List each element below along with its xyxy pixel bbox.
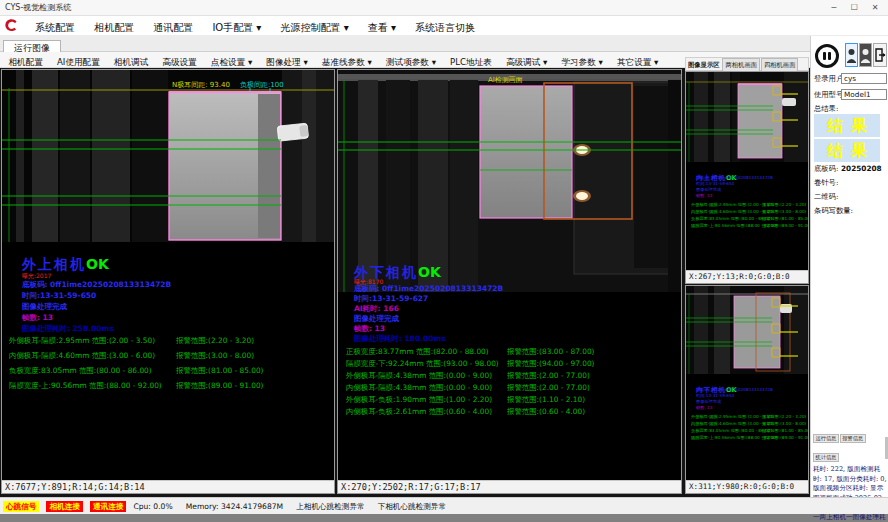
result-badge-lower: 结果 <box>814 139 880 162</box>
menu-io-config[interactable]: IO手配置 ▾ <box>205 18 268 38</box>
camera-connect-badge: 相机连接 <box>46 501 82 512</box>
thumbnail-inner-upper-camera[interactable]: 内上相机OK 底板码: 0ff1ime2025020813313472B 时间:… <box>685 71 809 284</box>
process-done-line: 图像处理完成 <box>22 302 67 312</box>
exit-button[interactable] <box>873 43 887 67</box>
right-sidebar: 登录用户: cys 使用型号: Model1 总结果: 结果 结果 底板码: 2… <box>810 36 888 497</box>
frame-count-line: 帧数: 13 <box>696 405 712 410</box>
camera-title: 外上相机OK <box>22 254 109 274</box>
barcode-count-label: 条码写数量: <box>814 206 853 216</box>
inner-lower-camera-scene <box>686 286 808 374</box>
time-line: 时间:13-31-59-627 <box>354 294 428 304</box>
window-title: CYS-视觉检测系统 <box>5 3 71 12</box>
connector-tab <box>277 123 308 141</box>
comm-connect-badge: 通讯连接 <box>90 501 126 512</box>
board-code-line: 底板码: 0ff1ime2025020813313472B <box>354 284 503 294</box>
menu-camera-config[interactable]: 相机配置 <box>87 18 141 38</box>
result-badge-upper: 结果 <box>814 114 880 137</box>
lower-camera-warning: 下相机心跳检测异常 <box>378 499 446 515</box>
upper-camera-warning: 上相机心跳检测异常 <box>296 499 364 515</box>
minimize-button[interactable]: ─ <box>825 0 843 16</box>
app-window: CYS-视觉检测系统 ─ ☐ ✕ 系统配置 相机配置 通讯配置 IO手配置 ▾ … <box>0 0 888 522</box>
menu-language-switch[interactable]: 系统语言切换 <box>408 18 482 38</box>
measurement-row: 内侧极耳-隔膜:4.60mm 范围:(3.00 - 6.00) 报警范围:(3.… <box>9 351 335 361</box>
tab-stats-info[interactable]: 统计信息 <box>813 453 839 462</box>
thumb-bottom-pixel-statusbar: X:311;Y:980;R:0;G:0;B:0 <box>686 480 808 493</box>
measurement-row: 隔膜宽度-下:92.24mm 范围:(93.00 - 98.00) 报警范围:(… <box>346 359 682 369</box>
tab-four-camera-view[interactable]: 四相机画面 <box>761 58 798 72</box>
menu-light-config[interactable]: 光源控制配置 ▾ <box>274 18 356 38</box>
time-line: 时间:13-31-59-650 <box>22 291 96 301</box>
menu-view[interactable]: 查看 ▾ <box>361 18 403 38</box>
board-code-label: 底板码: <box>814 164 838 174</box>
measurement-row: 内侧极耳-负极:2.61mm 范围:(0.60 - 4.00) 报警范围:(0.… <box>346 407 682 417</box>
measurement-row: 外侧极耳-隔膜:4.38mm 范围:(0.00 - 9.00) 报警范围:(2.… <box>346 371 682 381</box>
thumbnail-header: 图像显示区两相机画面四相机画面 <box>685 57 809 71</box>
measurement-row: 负极宽度:83.05mm 范围:(80.00 - 86.00) <box>691 216 772 221</box>
thumb-top-pixel-statusbar: X:267;Y:13;R:0;G:0;B:0 <box>686 270 808 283</box>
thumbnail-inner-lower-camera[interactable]: 内下相机OK 底板码: 0ff1ime2025020813313472B 时间:… <box>685 285 809 494</box>
app-logo-icon <box>4 17 19 37</box>
model-field[interactable]: Model1 <box>841 89 887 100</box>
user-dark-icon <box>860 44 871 66</box>
measurement-alarm: 报警范围:(89.00 - 91.00) <box>762 223 809 228</box>
exit-door-icon <box>874 44 886 66</box>
ai-time-line: AI耗时: 166 <box>354 304 399 314</box>
user-manage-button[interactable] <box>859 43 872 67</box>
measurement-row: 负极宽度:83.05mm 范围:(80.00 - 86.00) <box>691 428 772 433</box>
qr-code-label: 二维码: <box>814 192 838 202</box>
outer-lower-camera-scene: AI检测画面 <box>338 70 681 292</box>
cell-region-outline <box>480 86 572 218</box>
measurement-row: 外侧极耳-隔膜:2.95mm 范围:(2.00 - 3.50) 报警范围:(2.… <box>9 336 335 346</box>
tab-run-info[interactable]: 运行信息 <box>813 434 839 443</box>
menu-system-config[interactable]: 系统配置 <box>28 18 82 38</box>
measurement-row: 内侧极耳-隔膜:4.38mm 范围:(0.00 - 9.00) 报警范围:(2.… <box>346 383 682 393</box>
measurement-row: 负极宽度:83.05mm 范围:(80.00 - 86.00) 报警范围:(81… <box>9 366 335 376</box>
close-button[interactable]: ✕ <box>866 0 884 16</box>
board-code-value: 20250208 <box>841 164 882 173</box>
time-line: 时间:13-31-59-650 <box>696 393 734 398</box>
tab-distance-label: N极耳间距: 93.40 <box>172 81 230 89</box>
measurement-row: 外侧极耳-负极:1.90mm 范围:(1.00 - 2.20) 报警范围:(1.… <box>346 395 682 405</box>
title-bar: CYS-视觉检测系统 ─ ☐ ✕ <box>0 0 888 16</box>
login-user-field[interactable]: cys <box>841 73 887 84</box>
menu-bar: 系统配置 相机配置 通讯配置 IO手配置 ▾ 光源控制配置 ▾ 查看 ▾ 系统语… <box>0 16 888 36</box>
memory-usage: Memory: 3424.4179687M <box>186 499 283 515</box>
board-code-line: 底板码: 0ff1ime2025020813313472B <box>696 175 773 180</box>
frame-count-line: 帧数: 13 <box>354 324 385 334</box>
measurement-alarm: 报警范围:(3.00 - 8.00) <box>762 209 806 214</box>
outer-upper-camera-scene: N极耳间距: 93.40 负极间距:100 <box>2 70 334 242</box>
ai-frame-label: AI检测画面 <box>488 76 523 84</box>
frame-count-line: 帧数: 13 <box>22 313 53 323</box>
left-panel-pixel-statusbar: X:7677;Y:891;R:14;G:14;B:14 <box>2 480 334 493</box>
process-time-line: 图像处理耗时: 180.00ms <box>354 334 446 344</box>
middle-panel-pixel-statusbar: X:270;Y:2502;R:17;G:17;B:17 <box>338 480 681 493</box>
needle-number-label: 卷针号: <box>814 178 838 188</box>
tab-two-camera-view[interactable]: 两相机画面 <box>722 58 759 72</box>
measurement-alarm: 报警范围:(81.00 - 85.00) <box>762 428 809 433</box>
user-login-button[interactable] <box>845 43 858 67</box>
image-display-area-label: 图像显示区 <box>686 61 721 68</box>
cpu-usage: Cpu: 0.0% <box>133 499 172 515</box>
menu-comm-config[interactable]: 通讯配置 <box>146 18 200 38</box>
camera-panel-outer-lower[interactable]: AI检测画面 外下相机OK 曝光:8170 底板码: 0ff1ime202502… <box>337 69 682 494</box>
heartbeat-status-badge: 心跳信号 <box>3 501 39 512</box>
frame-count-line: 帧数: 13 <box>696 193 712 198</box>
board-code-line: 底板码: 0ff1ime2025020813313472B <box>696 387 773 392</box>
measurement-alarm: 报警范围:(3.00 - 8.00) <box>762 421 806 426</box>
pause-button[interactable] <box>815 44 839 68</box>
anode-distance-label: 负极间距:100 <box>240 81 284 89</box>
process-done-line: 图像处理完成 <box>696 399 721 404</box>
measurement-alarm: 报警范围:(2.20 - 3.20) <box>762 414 806 419</box>
maximize-button[interactable]: ☐ <box>845 0 863 16</box>
app-statusbar: 心跳信号 相机连接 通讯连接 Cpu: 0.0% Memory: 3424.41… <box>0 497 888 514</box>
measurement-alarm: 报警范围:(2.20 - 3.20) <box>762 202 806 207</box>
measurement-alarm: 报警范围:(81.00 - 85.00) <box>762 216 809 221</box>
board-code-line: 底板码: 0ff1ime2025020813313472B <box>22 280 171 290</box>
measurement-row: 正极宽度:83.77mm 范围:(82.00 - 88.00) 报警范围:(83… <box>346 347 682 357</box>
total-result-label: 总结果: <box>814 104 838 114</box>
time-line: 时间:13-31-59-650 <box>696 181 734 186</box>
process-done-line: 图像处理完成 <box>696 187 721 192</box>
measurement-alarm: 报警范围:(89.00 - 91.00) <box>762 435 809 440</box>
camera-panel-outer-upper[interactable]: N极耳间距: 93.40 负极间距:100 外上相机OK 曝光:2017 底板码… <box>1 69 335 494</box>
tab-alarm-info[interactable]: 报警信息 <box>840 434 866 443</box>
